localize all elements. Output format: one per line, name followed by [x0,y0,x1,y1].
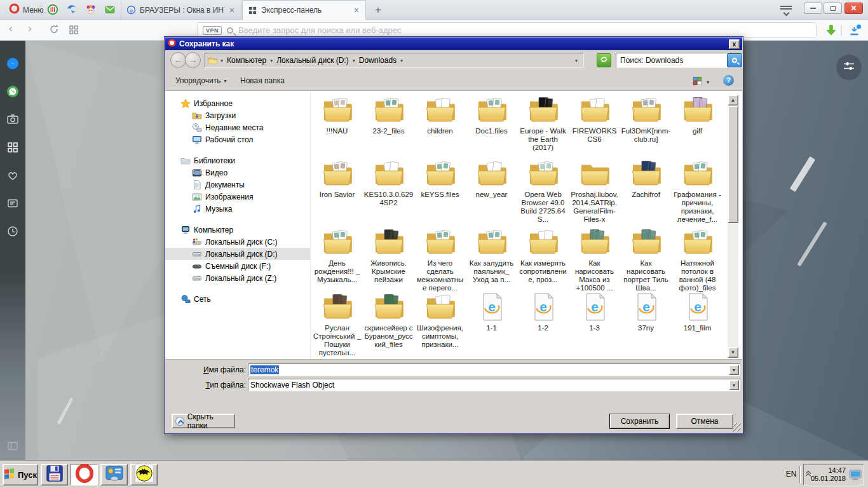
taskbar-app-thebat[interactable] [130,464,158,485]
save-button[interactable]: Сохранить [609,414,670,429]
tab-brauzery[interactable]: φ БРАУЗЕРЫ : Окна в ИНТЕРН × [121,0,241,20]
taskbar-clock[interactable]: 14:47 05.01.2018 [811,466,848,483]
help-button[interactable]: ? [723,75,734,86]
file-item[interactable]: Как нарисовать Макса из +100500 ... [569,224,620,289]
tab-express-panel[interactable]: Экспресс-панель × [242,0,366,20]
file-item[interactable]: Как измерять сопротивление, проз... [517,224,569,289]
back-button[interactable]: ‹ [9,22,13,35]
new-folder-button[interactable]: Новая папка [236,74,288,87]
extension-icon[interactable] [85,4,97,15]
window-menu-icon[interactable] [779,4,793,16]
file-item[interactable]: kEYSS.files [414,156,466,224]
file-item[interactable]: e1-1 [466,289,517,359]
breadcrumb-computer[interactable]: Компьютер [226,56,268,65]
breadcrumb-disk-d[interactable]: Локальный диск (D:) [275,56,350,65]
hide-folders-button[interactable]: Скрыть папки [172,414,235,428]
whatsapp-icon[interactable] [6,85,19,98]
minimize-button[interactable] [804,3,822,14]
file-item[interactable]: Europe - Walk the Earth (2017) [517,92,569,156]
history-icon[interactable] [6,225,19,238]
search-button[interactable] [727,53,742,67]
file-item[interactable]: Iron Savior [311,156,363,224]
file-item[interactable]: Натяжной потолок в ванной (48 фото)_file… [672,224,723,289]
file-item[interactable]: Proshaj.liubov.2014.SATRip.GeneralFilm-F… [569,156,620,224]
downloads-icon[interactable] [848,24,862,40]
scroll-up-button[interactable]: ▲ [728,95,738,105]
file-item[interactable]: Opera Web Browser 49.0 Build 2725.64 S..… [517,156,569,224]
reload-button[interactable] [48,24,60,38]
tree-group-computer[interactable]: Компьютер [165,224,310,236]
tree-item-documents[interactable]: Документы [165,179,310,191]
file-item[interactable]: giff [672,92,723,156]
file-item[interactable]: new_year [466,156,517,224]
tab-close-icon[interactable]: × [353,6,360,15]
speed-dial-grid-icon[interactable] [69,25,79,38]
download-extension-icon[interactable] [824,24,838,40]
file-item[interactable]: скринсейвер с Бураном_русский_files [363,289,414,359]
file-item[interactable]: !!!NAU [311,92,363,156]
new-tab-button[interactable]: + [371,3,385,17]
bookmarks-icon[interactable] [6,169,19,182]
scroll-down-button[interactable]: ▼ [728,347,738,358]
file-item[interactable]: children [414,92,466,156]
opera-menu-button[interactable]: Меню [4,3,48,17]
taskbar-app-opera[interactable] [71,464,98,485]
extension-icon[interactable] [66,4,78,15]
file-item[interactable]: Из чего сделать межкомнатные перего... [414,224,466,289]
views-icon[interactable] [693,76,702,88]
messenger-icon[interactable] [6,57,19,70]
display-tray-icon[interactable] [848,468,862,482]
file-item[interactable]: Ful3DmK[nnm-club.ru] [620,92,672,156]
start-button[interactable]: Пуск [3,464,38,485]
tree-group-libraries[interactable]: Библиотеки [165,154,310,166]
back-button[interactable]: ← [170,52,186,68]
tab-close-icon[interactable]: × [228,6,236,15]
file-item[interactable]: KES10.3.0.6294SP2 [363,156,414,224]
views-dropdown-icon[interactable]: ▾ [707,79,709,85]
tree-item-drive-removable[interactable]: Съемный диск (F:) [165,260,310,272]
file-item[interactable]: День рождения!!! _ Музыкаль... [311,224,363,289]
file-item[interactable]: Zachifrof [620,156,672,224]
dropdown-arrow-icon[interactable]: ▼ [729,365,739,375]
file-item[interactable]: e1-3 [569,289,620,359]
refresh-button[interactable] [597,53,611,67]
file-item[interactable]: Doc1.files [466,92,517,156]
tree-group-star[interactable]: Избранное [165,97,310,109]
close-button[interactable]: ✕ [844,3,863,14]
forward-button[interactable]: › [28,22,32,35]
tree-item-pictures[interactable]: Изображения [165,191,310,203]
maximize-button[interactable] [824,3,842,14]
file-item[interactable]: Как залудить паяльник_ Уход за п... [466,224,517,289]
scrollbar-thumb[interactable] [728,105,738,223]
dropdown-arrow-icon[interactable]: ▼ [729,380,739,390]
taskbar-app-control-panel[interactable] [100,464,128,485]
news-icon[interactable] [6,197,19,210]
file-item[interactable]: FIREWORKS CS6 [569,92,620,156]
taskbar-app-floppy[interactable] [41,464,68,485]
extension-icon[interactable] [47,4,58,15]
language-indicator[interactable]: EN [782,470,801,478]
sidebar-toggle-icon[interactable] [6,440,19,452]
speed-dial-settings-button[interactable] [836,55,862,80]
breadcrumb[interactable]: ▾ Компьютер ▾ Локальный диск (D:) ▾ Down… [205,53,584,68]
dialog-title-bar[interactable]: Сохранить как x [165,37,742,50]
tree-item-downloads[interactable]: Загрузки [165,109,310,121]
file-item[interactable]: e1-2 [517,289,569,359]
tree-item-drive-win[interactable]: Локальный диск (C:) [165,236,310,248]
file-item[interactable]: Как нарисовать портрет Тиль Шва... [620,224,672,289]
file-item[interactable]: Шизофрения, симптомы, признаки... [414,289,466,359]
tree-group-network[interactable]: Сеть [165,293,310,305]
show-hidden-icons-button[interactable] [804,473,811,477]
resize-grip[interactable] [733,423,741,431]
tree-item-video[interactable]: Видео [165,166,310,179]
file-item[interactable]: e191_film [672,289,723,359]
tree-item-recent[interactable]: Недавние места [165,121,310,133]
tree-item-music[interactable]: Музыка [165,203,310,215]
file-item[interactable]: Руслан Строїнський _ Пошуки пустельн... [311,289,363,359]
dialog-close-button[interactable]: x [729,39,740,49]
organize-button[interactable]: Упорядочить▾ [172,74,230,87]
file-item[interactable]: e37ny [620,289,672,359]
scrollbar[interactable]: ▲ ▼ [728,95,738,358]
extension-icon[interactable] [104,4,116,15]
file-item[interactable]: Графомания - причины, признаки, лечение_… [672,156,723,224]
